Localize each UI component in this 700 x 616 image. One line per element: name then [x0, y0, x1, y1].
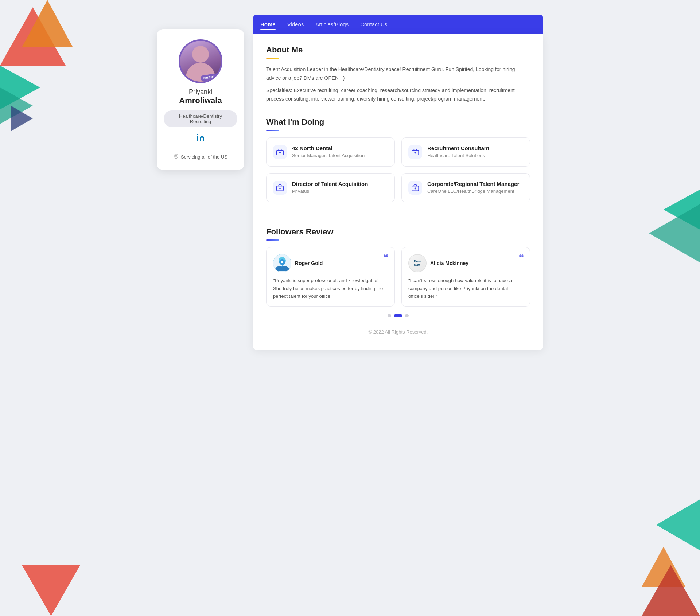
svg-rect-0: [197, 136, 198, 141]
shape-right-cyan: [664, 190, 700, 230]
about-section: About Me Talent Acquisition Leader in th…: [266, 45, 530, 104]
review-card-0: Roger Gold ❝ "Priyanki is super professi…: [266, 247, 395, 306]
location-text: Servicing all of the US: [181, 154, 228, 160]
about-underline: [266, 58, 279, 59]
doing-role-3: CareOne LLC/HealthBridge Management: [427, 188, 519, 194]
doing-card-3: Corporate/Regional Talent Manager CareOn…: [401, 173, 530, 202]
doing-info-1: Recruitment Consultant Healthcare Talent…: [427, 145, 489, 158]
doing-card-1: Recruitment Consultant Healthcare Talent…: [401, 137, 530, 167]
sidebar-card: #HIRING Priyanki Amroliwala Healthcare/D…: [157, 29, 244, 170]
reviews-title: Followers Review: [266, 227, 530, 237]
doing-company-2: Director of Talent Acquisition: [292, 181, 368, 187]
quote-icon-1: ❝: [518, 253, 524, 263]
footer: © 2022 All Rights Reserved.: [266, 320, 530, 338]
dot-0[interactable]: [388, 314, 391, 317]
linkedin-icon[interactable]: [196, 133, 205, 142]
doing-icon-2: [273, 181, 287, 195]
dot-2[interactable]: [405, 314, 409, 317]
review-text-0: "Priyanki is super professional, and kno…: [273, 277, 388, 300]
reviewer-row-1: DentiMax Alicia Mckinney: [408, 254, 523, 272]
shape-left-darkblue: [11, 106, 33, 131]
shape-bottom-right-teal: [656, 499, 700, 550]
location-icon: [174, 154, 179, 160]
dentimax-logo: DentiMax: [409, 255, 426, 272]
nav-item-videos[interactable]: Videos: [287, 20, 304, 29]
svg-point-18: [281, 261, 283, 263]
doing-company-3: Corporate/Regional Talent Manager: [427, 181, 519, 187]
doing-company-0: 42 North Dental: [292, 145, 365, 151]
shape-top-left-orange: [22, 0, 73, 47]
doing-card-2: Director of Talent Acquisition Privatus: [266, 173, 395, 202]
quote-icon-0: ❝: [383, 253, 389, 263]
divider: [164, 148, 237, 148]
reviewer-avatar-0: [273, 254, 291, 272]
carousel-dots: [266, 314, 530, 317]
doing-info-3: Corporate/Regional Talent Manager CareOn…: [427, 181, 519, 194]
nav-item-home[interactable]: Home: [260, 20, 276, 29]
dot-1[interactable]: [394, 314, 402, 317]
review-text-1: "I can't stress enough how valuable it i…: [408, 277, 523, 300]
reviewer-name-1: Alicia Mckinney: [430, 260, 468, 266]
main-content: Home Videos Articles/Blogs Contact Us Ab…: [253, 15, 543, 350]
doing-icon-3: [408, 181, 422, 195]
bio-text-2: Specialties: Executive recruiting, caree…: [266, 86, 530, 104]
copyright-text: © 2022 All Rights Reserved.: [369, 329, 428, 335]
shape-top-left-red: [0, 7, 66, 66]
shape-bottom-right-red: [642, 565, 700, 616]
location-row: Servicing all of the US: [174, 154, 228, 160]
review-grid: Roger Gold ❝ "Priyanki is super professi…: [266, 247, 530, 306]
shape-right-teal2: [649, 204, 700, 262]
nav-items: Home Videos Articles/Blogs Contact Us: [260, 20, 387, 29]
shape-left-teal: [0, 87, 33, 124]
shape-bottom-right-orange: [642, 547, 685, 587]
reviewer-avatar-image-0: [273, 254, 291, 272]
profile-first-name: Priyanki: [189, 88, 212, 96]
doing-info-2: Director of Talent Acquisition Privatus: [292, 181, 368, 194]
doing-section: What I'm Doing 42: [266, 117, 530, 202]
content-card: About Me Talent Acquisition Leader in th…: [253, 34, 543, 350]
reviewer-name-0: Roger Gold: [295, 260, 323, 266]
doing-icon-1: [408, 145, 422, 159]
profile-tag: Healthcare/Dentistry Recruiting: [164, 110, 237, 127]
reviews-section: Followers Review: [266, 227, 530, 317]
about-title: About Me: [266, 45, 530, 55]
main-layout: #HIRING Priyanki Amroliwala Healthcare/D…: [149, 15, 551, 350]
svg-point-1: [197, 134, 198, 135]
doing-grid: 42 North Dental Senior Manager, Talent A…: [266, 137, 530, 202]
nav-item-contact[interactable]: Contact Us: [360, 20, 387, 29]
svg-point-2: [175, 155, 177, 157]
review-card-1: DentiMax Alicia Mckinney ❝ "I can't stre…: [401, 247, 530, 306]
doing-underline: [266, 130, 279, 131]
reviewer-avatar-1: DentiMax: [408, 254, 427, 272]
nav-bar: Home Videos Articles/Blogs Contact Us: [253, 15, 543, 34]
doing-role-1: Healthcare Talent Solutions: [427, 153, 489, 158]
reviews-underline: [266, 239, 279, 241]
shape-bottom-left-red: [22, 565, 80, 616]
shape-left-cyan: [0, 66, 40, 109]
doing-icon-0: [273, 145, 287, 159]
doing-company-1: Recruitment Consultant: [427, 145, 489, 151]
avatar: #HIRING: [179, 39, 222, 83]
bio-text-1: Talent Acquisition Leader in the Healthc…: [266, 65, 530, 83]
doing-title: What I'm Doing: [266, 117, 530, 127]
doing-role-2: Privatus: [292, 188, 368, 194]
nav-item-articles[interactable]: Articles/Blogs: [315, 20, 349, 29]
doing-info-0: 42 North Dental Senior Manager, Talent A…: [292, 145, 365, 158]
profile-last-name: Amroliwala: [179, 96, 222, 105]
reviewer-row-0: Roger Gold: [273, 254, 388, 272]
doing-card-0: 42 North Dental Senior Manager, Talent A…: [266, 137, 395, 167]
doing-role-0: Senior Manager, Talent Acquisition: [292, 153, 365, 158]
